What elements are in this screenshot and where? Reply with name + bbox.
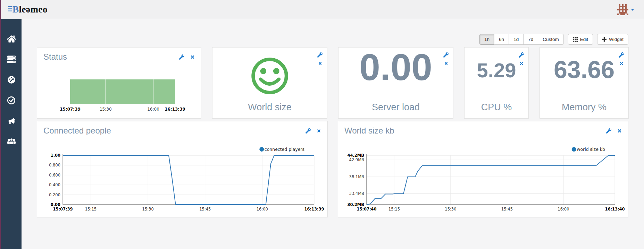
widget-world-size-kb: World size kb 30.2MB33.4MB38.1MB42.9MB44… <box>338 121 628 217</box>
widget-world-size: World size <box>212 47 327 119</box>
svg-text:16:13:39: 16:13:39 <box>165 107 185 112</box>
edit-button[interactable]: Edit <box>568 34 593 45</box>
range-button-7d[interactable]: 7d <box>523 34 538 45</box>
configure-wrench-icon[interactable] <box>317 52 323 58</box>
world-size-kb-chart: 30.2MB33.4MB38.1MB42.9MB44.2MB15:07:4015… <box>342 141 625 215</box>
widget-title: World size kb <box>344 126 394 136</box>
check-circle-icon <box>7 96 16 106</box>
avatar-identicon <box>617 4 628 15</box>
sidebar-item-users[interactable] <box>1 137 22 146</box>
svg-text:15:30: 15:30 <box>142 207 154 212</box>
widget-cpu: 5.29 CPU % <box>464 47 529 119</box>
close-widget-icon[interactable] <box>619 61 624 66</box>
brand-logo-text: leəmeo <box>19 4 48 15</box>
smiley-happy-icon <box>249 55 291 97</box>
svg-text:15:07:39: 15:07:39 <box>53 207 73 212</box>
sidebar-item-checks[interactable] <box>1 96 22 105</box>
svg-text:38.1MB: 38.1MB <box>349 174 365 179</box>
widget-server-load: 0.00 Server load <box>338 47 453 119</box>
sidebar-item-announcements[interactable] <box>1 117 22 126</box>
configure-wrench-icon[interactable] <box>519 52 524 58</box>
connected-people-chart: 0.000.2000.4000.6000.8001.0015:07:3915:1… <box>41 141 325 215</box>
svg-text:16:13:40: 16:13:40 <box>605 207 625 212</box>
users-icon <box>7 137 16 146</box>
status-chart: 15:07:3915:3016:0016:13:39 <box>43 79 196 114</box>
widget-label: Memory % <box>562 102 607 113</box>
metric-value: 5.29 <box>477 60 516 81</box>
svg-text:16:13:39: 16:13:39 <box>304 207 324 212</box>
metric-value: 0.00 <box>359 48 432 87</box>
server-icon <box>7 55 16 65</box>
brand-logo: Bleəmeo <box>12 0 48 19</box>
svg-text:0.400: 0.400 <box>49 182 60 187</box>
svg-text:connected players: connected players <box>265 147 304 152</box>
widget-memory: 63.66 Memory % <box>540 47 629 119</box>
edge-strip <box>0 0 1 249</box>
svg-text:0.800: 0.800 <box>49 163 60 168</box>
sidebar-item-dashboards[interactable] <box>1 76 22 85</box>
edit-button-label: Edit <box>580 36 588 42</box>
range-button-6h[interactable]: 6h <box>494 34 509 45</box>
widget-title: Connected people <box>43 126 111 136</box>
svg-text:0.600: 0.600 <box>49 173 60 178</box>
add-widget-button-label: Widget <box>609 36 624 42</box>
close-widget-icon[interactable] <box>190 55 195 59</box>
sidebar-item-home[interactable] <box>1 35 22 44</box>
close-widget-icon[interactable] <box>444 61 448 66</box>
svg-text:44.2MB: 44.2MB <box>347 153 364 158</box>
svg-text:30.2MB: 30.2MB <box>347 202 364 207</box>
configure-wrench-icon[interactable] <box>443 52 449 58</box>
configure-wrench-icon[interactable] <box>179 54 184 60</box>
range-button-custom[interactable]: Custom <box>538 34 564 45</box>
add-widget-button[interactable]: Widget <box>597 34 628 45</box>
close-widget-icon[interactable] <box>317 129 321 133</box>
svg-text:1.00: 1.00 <box>51 153 60 158</box>
gauge-icon <box>7 76 16 85</box>
widget-row-1: Status 15:07:3915:3016:0016:13:39 <box>37 47 629 119</box>
grid-icon <box>573 37 578 42</box>
svg-text:15:30: 15:30 <box>100 107 112 112</box>
close-widget-icon[interactable] <box>519 61 524 66</box>
configure-wrench-icon[interactable] <box>619 52 624 58</box>
svg-text:42.9MB: 42.9MB <box>349 157 365 162</box>
close-widget-icon[interactable] <box>617 129 622 133</box>
metric-value: 63.66 <box>554 57 614 83</box>
widget-status: Status 15:07:3915:3016:0016:13:39 <box>37 47 201 119</box>
configure-wrench-icon[interactable] <box>306 128 311 134</box>
svg-text:33.4MB: 33.4MB <box>349 191 365 196</box>
widget-label: CPU % <box>481 102 512 113</box>
widget-label: World size <box>248 102 292 113</box>
svg-text:0.200: 0.200 <box>49 192 60 197</box>
widget-connected-people: Connected people 0.000.2000.4000.6000.80… <box>37 121 328 217</box>
widget-row-2: Connected people 0.000.2000.4000.6000.80… <box>37 121 628 217</box>
topbar: Bleəmeo <box>0 0 644 19</box>
home-icon <box>7 35 16 44</box>
range-button-1h[interactable]: 1h <box>479 34 494 45</box>
toolbar: 1h 6h 1d 7d Custom Edit Widget <box>479 34 628 45</box>
svg-text:15:07:39: 15:07:39 <box>60 107 81 112</box>
svg-text:16:00: 16:00 <box>558 207 569 212</box>
close-widget-icon[interactable] <box>318 61 322 66</box>
range-button-1d[interactable]: 1d <box>509 34 524 45</box>
svg-text:15:45: 15:45 <box>199 207 211 212</box>
widget-label: Server load <box>372 102 420 113</box>
svg-text:15:15: 15:15 <box>85 207 97 212</box>
widget-title: Status <box>43 52 67 62</box>
svg-text:0.00: 0.00 <box>51 202 60 207</box>
time-range-group: 1h 6h 1d 7d Custom <box>479 34 564 45</box>
svg-text:15:07:40: 15:07:40 <box>357 207 376 212</box>
chevron-down-icon <box>631 9 634 11</box>
configure-wrench-icon[interactable] <box>606 128 611 134</box>
svg-text:15:45: 15:45 <box>501 207 513 212</box>
svg-text:15:30: 15:30 <box>445 207 456 212</box>
sidebar <box>1 19 22 249</box>
svg-text:16:00: 16:00 <box>147 107 159 112</box>
brand-logo-b: B <box>12 0 19 19</box>
svg-text:16:00: 16:00 <box>257 207 268 212</box>
main-content: 1h 6h 1d 7d Custom Edit Widget Status <box>22 19 644 249</box>
plus-icon <box>602 37 607 42</box>
svg-text:world size kb: world size kb <box>577 147 605 152</box>
sidebar-item-servers[interactable] <box>1 55 22 65</box>
user-menu-button[interactable] <box>617 4 634 16</box>
svg-text:15:15: 15:15 <box>388 207 400 212</box>
